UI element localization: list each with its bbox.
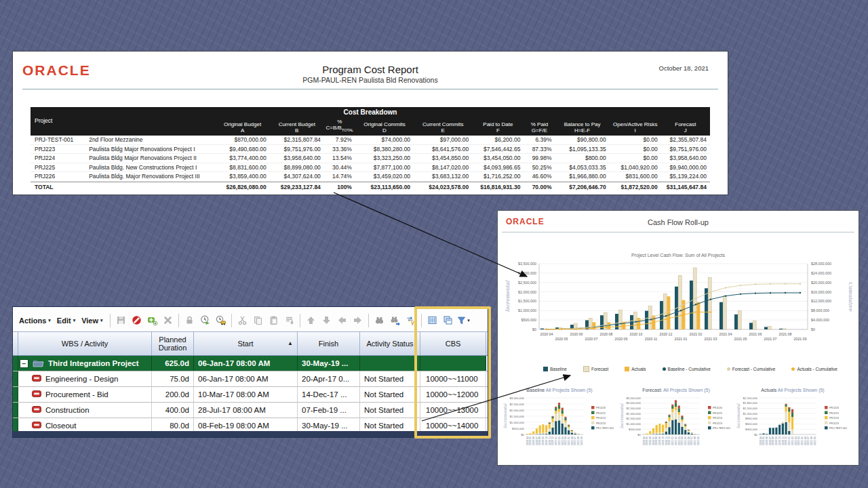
find-next-button[interactable]	[387, 312, 403, 329]
legend-item: Forecast	[583, 366, 608, 372]
column-header-cbs[interactable]: CBS	[420, 332, 486, 355]
fill-down-button[interactable]	[281, 312, 297, 329]
svg-text:$3,500,000: $3,500,000	[518, 262, 536, 266]
column-header-start[interactable]: Start▲	[194, 332, 298, 355]
svg-text:2020 05: 2020 05	[529, 436, 532, 445]
svg-text:$1,000,000: $1,000,000	[509, 421, 524, 424]
activity-row[interactable]: Procurement - Bid200.0d10-Mar-17 08:00 A…	[13, 387, 488, 403]
report-subtitle: PGM-PAUL-REN Paulista Bld Renovations	[13, 76, 728, 84]
table-header-row: WBS / ActivityPlanned DurationStart▲Fini…	[13, 332, 488, 356]
cut-button[interactable]	[235, 312, 250, 329]
caret-down-icon: ▾	[100, 318, 103, 323]
paste-button[interactable]	[266, 312, 281, 329]
legend-swatch	[625, 367, 629, 371]
svg-text:2021 03: 2021 03	[561, 436, 564, 445]
move-down-button[interactable]	[319, 312, 334, 329]
filter-button[interactable]: ▾	[456, 312, 471, 329]
column-header-finish[interactable]: Finish	[298, 332, 360, 355]
search-replace-icon: y	[406, 315, 416, 325]
svg-text:$2,000,000: $2,000,000	[518, 290, 536, 294]
table-row: PRJ-TEST-0012nd Floor Mezzanine$870,000.…	[31, 136, 710, 145]
save-button[interactable]	[113, 312, 129, 329]
svg-text:$0: $0	[637, 433, 641, 436]
legend-swatch	[583, 366, 589, 372]
menu-edit[interactable]: Edit▾	[57, 317, 75, 325]
column-header: %C=B/BTOTAL	[324, 119, 355, 136]
svg-text:$3,000,000: $3,000,000	[626, 401, 641, 405]
lock-button[interactable]	[182, 312, 197, 329]
row-selection-strip	[13, 356, 18, 371]
svg-text:PRJ223: PRJ223	[713, 422, 722, 425]
table-row: PRJ225Paulista Bldg. New Constructions P…	[31, 163, 710, 173]
column-header: Open/Active RisksI	[610, 121, 661, 136]
group-layout-button[interactable]	[440, 312, 456, 329]
column-header-activity-status[interactable]: Activity Status	[360, 332, 420, 355]
row-selection-strip	[13, 371, 18, 386]
move-left-button[interactable]	[334, 312, 350, 329]
svg-text:2021 02: 2021 02	[690, 332, 703, 336]
activity-row[interactable]: Engineering - Design75.0d06-Jan-17 08:00…	[13, 371, 488, 387]
table-row: PRJ226Paulista Bldg. Major Renovations P…	[31, 172, 710, 182]
search-replace-button[interactable]: y	[403, 312, 418, 329]
level-resources-button[interactable]	[213, 312, 229, 329]
svg-text:$3,000,000: $3,000,000	[509, 396, 524, 400]
find-button[interactable]	[372, 312, 387, 329]
svg-text:2021 07: 2021 07	[764, 337, 777, 341]
copy-button[interactable]	[250, 312, 266, 329]
chart-legend: BaselineForecastActualsBaseline - Cumula…	[528, 366, 853, 372]
column-header: Paid to DateF	[472, 121, 524, 136]
svg-text:2021 01: 2021 01	[675, 337, 688, 341]
collapse-toggle[interactable]: −	[20, 359, 28, 368]
svg-text:Incremental: Incremental	[619, 403, 624, 428]
move-right-button[interactable]	[350, 312, 366, 329]
caret-down-icon: ▾	[73, 318, 76, 323]
menu-actions[interactable]: Actions▾	[19, 317, 51, 325]
cash-flow-chart: $0$500,000$1,000,000$1,500,000$2,000,000…	[501, 260, 852, 366]
menu-view[interactable]: View▾	[81, 317, 102, 325]
wbs-parent-row[interactable]: −Third Integration Project625.0d06-Jan-1…	[13, 356, 488, 371]
cancel-button[interactable]	[129, 312, 144, 329]
column-header-planned-duration[interactable]: Planned Duration	[152, 332, 194, 355]
svg-text:2021 09: 2021 09	[794, 337, 807, 341]
svg-text:2020 09: 2020 09	[542, 436, 545, 445]
row-selection-strip	[13, 387, 18, 402]
legend-swatch	[543, 367, 548, 371]
delete-button[interactable]	[160, 312, 176, 329]
svg-text:2021 09: 2021 09	[697, 436, 700, 445]
svg-text:2020 09: 2020 09	[615, 337, 628, 341]
report-title: Program Cost Report	[13, 64, 728, 75]
move-up-button[interactable]	[303, 312, 319, 329]
columns-button[interactable]	[425, 312, 440, 329]
column-header: ForecastJ	[661, 121, 710, 136]
svg-text:2020 11: 2020 11	[665, 436, 668, 445]
caret-down-icon: ▾	[467, 318, 470, 323]
svg-text:$600,000: $600,000	[745, 422, 758, 426]
svg-text:PRJ223: PRJ223	[829, 422, 839, 425]
svg-text:2021 05: 2021 05	[684, 436, 687, 445]
table-row: PRJ223Paulista Bldg Major Renovations Pr…	[31, 145, 710, 155]
column-header: Original BudgetA	[216, 121, 270, 136]
svg-text:2020 06: 2020 06	[766, 436, 768, 445]
column-header-wbs-activity[interactable]: WBS / Activity	[18, 332, 152, 355]
svg-text:$0: $0	[532, 327, 536, 331]
svg-text:$300,000: $300,000	[745, 428, 758, 431]
header-rule	[22, 89, 718, 89]
legend-swatch	[791, 367, 795, 371]
activity-row[interactable]: Construction400.0d28-Jul-17 08:00 AM07-F…	[13, 403, 488, 418]
svg-text:Incremental: Incremental	[502, 403, 507, 428]
schedule-button[interactable]	[197, 312, 213, 329]
svg-text:$1,000,000: $1,000,000	[518, 308, 536, 312]
svg-text:2020 10: 2020 10	[662, 436, 665, 445]
svg-text:$500,000: $500,000	[629, 428, 642, 431]
svg-text:$500,000: $500,000	[521, 318, 536, 322]
activity-icon	[32, 375, 41, 383]
svg-text:Incremental: Incremental	[505, 281, 511, 312]
svg-text:2021 06: 2021 06	[749, 332, 762, 336]
svg-text:2021 01: 2021 01	[671, 436, 674, 445]
svg-text:2021 09: 2021 09	[814, 436, 816, 445]
add-button[interactable]	[144, 312, 160, 329]
svg-text:2020 12: 2020 12	[668, 436, 671, 445]
svg-text:PRJ225: PRJ225	[713, 411, 722, 415]
svg-text:2020 05: 2020 05	[762, 436, 765, 445]
svg-text:2020 08: 2020 08	[772, 436, 774, 445]
